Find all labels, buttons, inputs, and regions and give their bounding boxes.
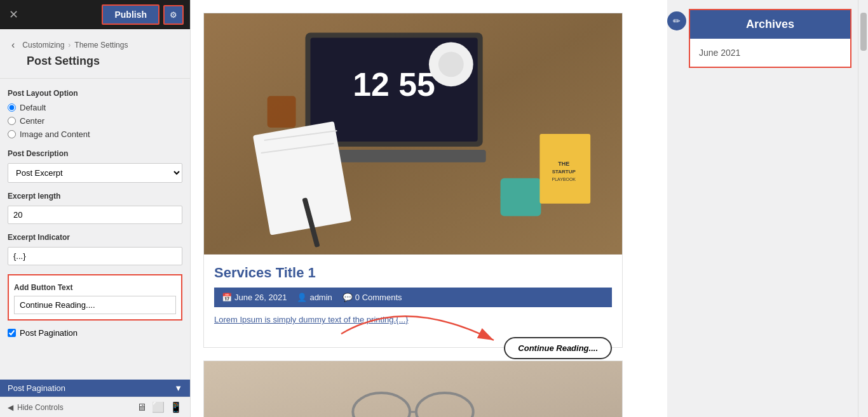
gear-button[interactable]: ⚙ [163, 5, 184, 25]
post-pagination-checkbox-row: Post Pagination [8, 328, 182, 338]
publish-button[interactable]: Publish [102, 4, 159, 25]
scrollbar[interactable] [858, 0, 868, 417]
post-layout-radio-group: Default Center Image and Content [8, 103, 182, 139]
sidebar-bottom: ◀ Hide Controls 🖥 ⬜ 📱 [0, 397, 190, 417]
sidebar-header: ✕ Publish ⚙ ‹ Customizing › Theme Settin… [0, 0, 190, 79]
post-comments: 💬 0 Comments [342, 293, 402, 302]
breadcrumb-arrow: › [68, 41, 71, 50]
excerpt-indicator-label: Excerpt Indicator [8, 233, 182, 242]
theme-settings-link[interactable]: Theme Settings [74, 41, 128, 50]
excerpt-length-section: Excerpt length [8, 192, 182, 224]
comment-icon: 💬 [342, 293, 353, 302]
radio-center-label: Center [20, 116, 44, 126]
excerpt-length-label: Excerpt length [8, 192, 182, 201]
post-image-1: 12 55 THE STARTUP PLAYBOOK [204, 13, 622, 255]
right-sidebar: ✏ Archives June 2021 [667, 0, 858, 417]
archives-widget: Archives June 2021 [689, 9, 851, 68]
svg-rect-18 [268, 96, 296, 128]
archives-header: Archives [690, 10, 850, 39]
excerpt-length-input[interactable] [8, 206, 182, 224]
svg-rect-21 [204, 361, 622, 417]
post-pagination-checkbox-label: Post Pagination [20, 328, 78, 338]
post-title-1: Services Title 1 [214, 265, 612, 281]
hide-controls-arrow: ◀ [8, 403, 13, 412]
post-excerpt-1: Lorem Ipsum is simply dummy text of the … [214, 315, 612, 324]
post-layout-section: Post Layout Option Default Center Image … [8, 89, 182, 139]
radio-default-label: Default [20, 103, 46, 112]
desktop-icon[interactable]: 🖥 [137, 401, 147, 413]
archives-june-2021[interactable]: June 2021 [699, 48, 841, 58]
sidebar: ✕ Publish ⚙ ‹ Customizing › Theme Settin… [0, 0, 191, 417]
svg-text:THE: THE [558, 161, 569, 167]
post-pagination-chevron: ▼ [174, 383, 182, 393]
archives-body: June 2021 [690, 39, 850, 67]
add-button-text-input[interactable] [14, 296, 176, 314]
svg-rect-11 [501, 178, 541, 216]
radio-center-input[interactable] [8, 117, 16, 125]
continue-reading-button[interactable]: Continue Reading.... [504, 337, 612, 359]
customizing-link[interactable]: Customizing [22, 41, 64, 50]
edit-pencil-button[interactable]: ✏ [667, 11, 686, 30]
user-icon: 👤 [297, 293, 307, 302]
post-card-2 [203, 361, 623, 417]
radio-default-input[interactable] [8, 103, 16, 112]
excerpt-indicator-section: Excerpt Indicator [8, 233, 182, 265]
post-description-select[interactable]: Post Excerpt Full Content None [8, 163, 182, 183]
scrollbar-thumb [860, 13, 867, 51]
device-icons-group: 🖥 ⬜ 📱 [137, 401, 182, 413]
post-date: 📅 June 26, 2021 [222, 293, 287, 302]
svg-text:STARTUP: STARTUP [552, 169, 576, 175]
excerpt-indicator-input[interactable] [8, 247, 182, 265]
hide-controls[interactable]: ◀ Hide Controls [8, 403, 64, 412]
svg-text:PLAYBOOK: PLAYBOOK [552, 177, 576, 182]
post-meta-1: 📅 June 26, 2021 👤 admin 💬 0 Comments [214, 288, 612, 307]
post-pagination-bar[interactable]: Post Pagination ▼ [0, 380, 190, 397]
page-title: Post Settings [0, 52, 190, 74]
mobile-icon[interactable]: 📱 [170, 401, 182, 413]
post-pagination-bar-label: Post Pagination [8, 383, 65, 393]
svg-text:12 55: 12 55 [353, 66, 435, 103]
radio-default[interactable]: Default [8, 103, 182, 112]
post-pagination-checkbox[interactable] [8, 329, 16, 337]
add-button-text-section: Add Button Text [8, 274, 182, 321]
calendar-icon: 📅 [222, 293, 232, 302]
hide-controls-label: Hide Controls [17, 403, 64, 412]
sidebar-scroll-content: Post Layout Option Default Center Image … [0, 79, 190, 380]
breadcrumb: ‹ Customizing › Theme Settings [0, 33, 190, 52]
publish-area: Publish ⚙ [102, 4, 184, 25]
post-author: 👤 admin [297, 293, 332, 302]
post-image-2 [204, 361, 622, 417]
back-button[interactable]: ‹ [8, 38, 18, 52]
add-button-text-label: Add Button Text [14, 283, 176, 292]
post-body-1: Services Title 1 📅 June 26, 2021 👤 admin… [204, 255, 622, 347]
radio-image-and-content[interactable]: Image and Content [8, 129, 182, 139]
preview-container: 12 55 THE STARTUP PLAYBOOK [203, 13, 623, 417]
svg-point-17 [438, 51, 464, 77]
post-description-section: Post Description Post Excerpt Full Conte… [8, 149, 182, 183]
radio-center[interactable]: Center [8, 116, 182, 126]
top-bar: ✕ Publish ⚙ [0, 0, 190, 29]
radio-image-label: Image and Content [20, 129, 90, 139]
post-card-1: 12 55 THE STARTUP PLAYBOOK [203, 13, 623, 348]
radio-image-input[interactable] [8, 130, 16, 138]
post-layout-label: Post Layout Option [8, 89, 182, 98]
main-preview: 12 55 THE STARTUP PLAYBOOK [191, 0, 667, 417]
svg-rect-6 [253, 121, 351, 235]
post-description-label: Post Description [8, 149, 182, 158]
tablet-icon[interactable]: ⬜ [152, 401, 165, 413]
close-button[interactable]: ✕ [6, 5, 21, 24]
